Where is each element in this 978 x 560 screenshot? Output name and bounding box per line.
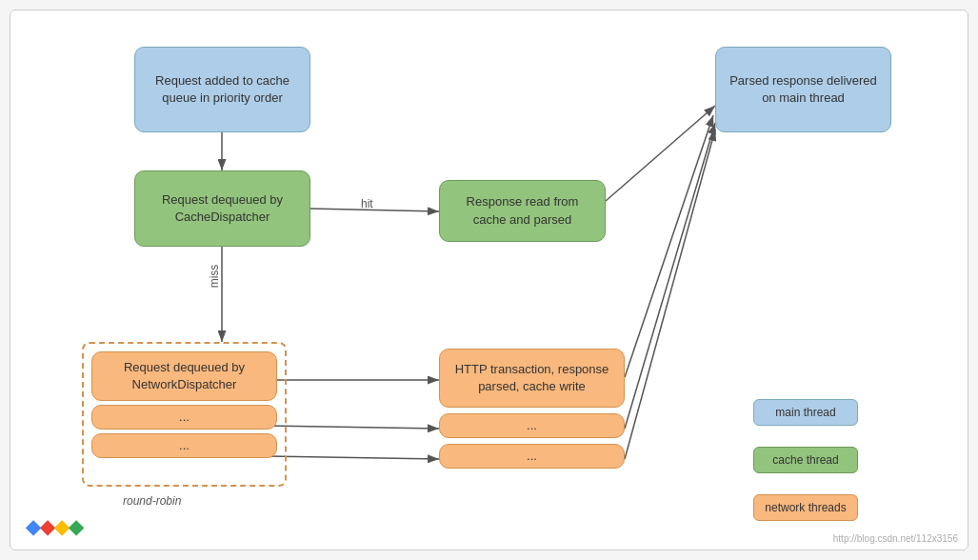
legend-cache-thread-box: cache thread [753, 447, 858, 473]
cache-dispatcher-box: Request dequeued by CacheDispatcher [134, 170, 310, 247]
round-robin-label: round-robin [123, 494, 181, 508]
watermark: http://blog.csdn.net/112x3156 [833, 533, 958, 544]
svg-line-9 [625, 123, 715, 429]
legend-network-threads: network threads [753, 494, 858, 521]
cache-queue-box: Request added to cache queue in priority… [134, 47, 310, 132]
legend-main-thread: main thread [753, 399, 858, 426]
ht-ellipsis1-box: ... [439, 413, 625, 438]
round-robin-container: Request dequeued by NetworkDispatcher ..… [82, 342, 287, 487]
legend-cache-thread: cache thread [753, 447, 858, 473]
svg-line-6 [268, 426, 439, 429]
http-transaction-box: HTTP transaction, response parsed, cache… [439, 349, 625, 408]
ht-ellipsis2-box: ... [439, 444, 625, 469]
svg-line-10 [625, 130, 715, 459]
svg-line-8 [625, 115, 713, 377]
svg-line-4 [606, 106, 715, 201]
svg-line-2 [310, 209, 439, 211]
miss-label: miss [208, 265, 221, 289]
legend-main-thread-box: main thread [753, 399, 858, 426]
network-dispatcher-ellipsis2: ... [91, 433, 277, 458]
cache-response-box: Response read from cache and parsed [439, 180, 606, 242]
parsed-response-box: Parsed response delivered on main thread [715, 47, 891, 132]
diagram-container: Request added to cache queue in priority… [10, 10, 968, 550]
network-dispatcher-box: Request dequeued by NetworkDispatcher [91, 351, 277, 401]
network-dispatcher-ellipsis1: ... [91, 405, 277, 430]
google-logo: ◆◆◆◆ [26, 515, 83, 538]
legend-network-threads-box: network threads [753, 494, 858, 521]
svg-line-7 [268, 456, 439, 459]
hit-label: hit [361, 197, 373, 210]
